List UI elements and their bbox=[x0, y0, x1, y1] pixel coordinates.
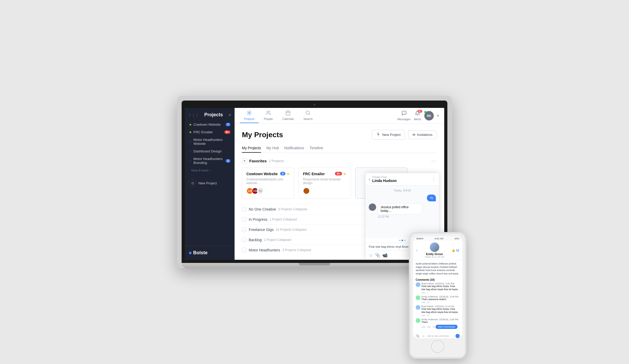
star-icon: ☆ bbox=[189, 159, 192, 163]
project-desc: Responsive email template design. bbox=[303, 178, 346, 185]
section-count: 1 Project Collapsed bbox=[270, 218, 297, 221]
avatar-count: +1 bbox=[257, 187, 264, 194]
section-label: Motor Headhunters bbox=[249, 248, 280, 252]
star-icon: ☆ bbox=[189, 140, 192, 144]
project-card-cowtown[interactable]: Cowtown Website 2 ★ Cowtownskateboards.c… bbox=[242, 167, 294, 199]
sidebar-new-project-button[interactable]: ⚙ New Project bbox=[185, 177, 235, 190]
sidebar-header: ⋮⋮⋮ Projects ✕ bbox=[185, 108, 235, 121]
comment-text: That's awesome dude!!! bbox=[421, 298, 460, 301]
bolste-dot bbox=[189, 252, 192, 254]
project-name: Cowtown Website bbox=[246, 172, 279, 176]
attach-icon[interactable]: 📎 bbox=[416, 334, 420, 338]
calendar-icon bbox=[285, 110, 291, 117]
chat-more-button[interactable]: ⋮ bbox=[432, 177, 436, 182]
sidebar-close-icon[interactable]: ✕ bbox=[228, 113, 231, 117]
nav-item-projects[interactable]: Projects bbox=[240, 108, 259, 123]
sidebar-badge: 2 bbox=[226, 159, 230, 163]
sidebar-item-frc-emailer[interactable]: ★ FRC Emailer 9+ bbox=[187, 128, 232, 136]
sidebar-item-label: Motor Headhunters Branding bbox=[193, 157, 226, 165]
video-icon[interactable]: 📹 bbox=[382, 253, 388, 258]
phone-comment-input[interactable]: Add a new comment... bbox=[427, 335, 453, 337]
sidebar-item-dashboard-design[interactable]: ☆ Dashboard Design bbox=[187, 147, 232, 155]
alerts-badge: 9+ bbox=[417, 110, 422, 113]
new-comments-button[interactable]: New Comments bbox=[436, 325, 458, 329]
favorites-toggle[interactable]: ▼ bbox=[242, 158, 247, 164]
phone-comment: Brad Fahve: 10/26/16, 8:19 AM Fixie tote… bbox=[416, 305, 460, 316]
sidebar-item-label: Motor Headhunters Website bbox=[193, 138, 230, 146]
sidebar-item-label: Cowtown Website bbox=[193, 123, 226, 126]
phone-battery: 42% bbox=[454, 237, 459, 240]
like-number: 12 bbox=[456, 249, 459, 252]
comment-content: Brad Fahve: 10/26/16, 2:05 PM Fixie tote… bbox=[421, 282, 460, 294]
chat-time: 12:22 PM bbox=[378, 215, 422, 218]
comment-text: That's bbox=[421, 321, 460, 324]
tab-notifications[interactable]: Notifications bbox=[284, 144, 304, 153]
online-indicator bbox=[424, 111, 426, 113]
tab-timeline[interactable]: Timeline bbox=[310, 144, 323, 153]
laptop-notch bbox=[299, 263, 330, 266]
emoji-icon[interactable]: ☺ bbox=[422, 334, 425, 338]
tab-my-projects[interactable]: My Projects bbox=[242, 144, 261, 153]
project-card-frc[interactable]: FRC Emailer 9+ ★ Responsive email templa… bbox=[299, 167, 351, 199]
svg-point-8 bbox=[378, 134, 379, 135]
nav-item-label: Search bbox=[303, 117, 313, 120]
project-avatars: LH CG +1 bbox=[246, 187, 290, 194]
section-count: 3 Projects Collapsed bbox=[278, 207, 307, 211]
project-avatars bbox=[303, 187, 346, 194]
sidebar-item-label: Dashboard Design bbox=[193, 149, 230, 153]
sidebar-menu-icon[interactable]: ⋮⋮⋮ bbox=[188, 113, 199, 117]
sidebar-badge: 9+ bbox=[224, 130, 230, 134]
comment-actions: Like · 22 bbox=[421, 301, 460, 304]
section-count: 14 Projects Collapsed bbox=[276, 228, 306, 231]
chat-header: ‹ Private Chat Linda Hudson ⋮ bbox=[366, 173, 439, 186]
bolste-logo: Bolste bbox=[189, 250, 230, 256]
user-dropdown-icon[interactable]: ▾ bbox=[437, 113, 439, 118]
comment-text: Fixie tote bag ethnic keyta. Fixie tote … bbox=[421, 285, 460, 291]
project-badge: 9+ bbox=[335, 172, 342, 175]
project-star-button[interactable]: ★ bbox=[286, 172, 290, 176]
invitations-label: Invitations bbox=[417, 133, 432, 137]
messages-button[interactable]: Messages bbox=[398, 111, 411, 121]
view-more-link[interactable]: View 8 more › bbox=[187, 167, 232, 174]
phone-nav-bar: ‹ Emily Grove Today at 11:16 AM 👍 12 bbox=[413, 241, 462, 260]
attachment-icon[interactable]: 📎 bbox=[375, 253, 380, 258]
nav-item-people[interactable]: People bbox=[260, 108, 277, 123]
like-action[interactable]: Like bbox=[421, 326, 425, 328]
project-star-button[interactable]: ★ bbox=[343, 172, 346, 176]
new-project-button[interactable]: New Project bbox=[372, 130, 405, 140]
section-label: No One Creative bbox=[249, 207, 276, 211]
laptop-base bbox=[182, 263, 447, 268]
user-avatar[interactable]: ME bbox=[424, 111, 434, 120]
favorites-more-icon[interactable]: ··· bbox=[431, 158, 437, 164]
svg-point-1 bbox=[267, 111, 269, 113]
chat-private-label: Private Chat bbox=[372, 176, 430, 179]
sidebar-item-motor-headhunters-website[interactable]: ☆ Motor Headhunters Website bbox=[187, 136, 232, 147]
chat-dot bbox=[399, 240, 400, 241]
alerts-button[interactable]: 9+ Alerts bbox=[414, 111, 421, 121]
tab-my-hub[interactable]: My Hub bbox=[266, 144, 279, 153]
new-project-btn-label: New Project bbox=[382, 133, 400, 137]
page-title: My Projects bbox=[242, 131, 283, 139]
star-icon: ★ bbox=[189, 123, 192, 126]
sidebar-item-motor-headhunters-branding[interactable]: ☆ Motor Headhunters Branding 2 bbox=[187, 155, 232, 167]
new-project-label: New Project bbox=[198, 181, 217, 185]
top-nav: Projects People bbox=[235, 108, 444, 124]
sidebar-item-cowtown-website[interactable]: ★ Cowtown Website 7 bbox=[187, 121, 232, 128]
svg-point-6 bbox=[306, 111, 310, 114]
phone-status-bar: Sketch 9:41 AM 42% bbox=[413, 236, 462, 241]
sidebar-badge: 7 bbox=[226, 123, 230, 126]
svg-line-7 bbox=[309, 114, 310, 115]
phone-home-button[interactable] bbox=[431, 340, 444, 353]
project-card-header: Cowtown Website 2 ★ bbox=[246, 172, 290, 176]
invitations-button[interactable]: ✉ Invitations bbox=[408, 130, 437, 139]
phone-send-button[interactable]: › bbox=[456, 334, 460, 338]
comment-content: Emily Anderson: 10/26/16, 2:09 PM That's… bbox=[421, 318, 460, 329]
comment-actions: Like · 22 bbox=[421, 314, 460, 317]
nav-item-calendar[interactable]: Calendar bbox=[278, 108, 298, 123]
emoji-icon[interactable]: ☺ bbox=[369, 253, 373, 258]
project-card-header: FRC Emailer 9+ ★ bbox=[303, 172, 346, 176]
chat-contact-name: Linda Hudson bbox=[372, 179, 430, 183]
chat-dot bbox=[404, 240, 406, 241]
nav-item-search[interactable]: Search bbox=[299, 108, 317, 123]
chat-back-button[interactable]: ‹ bbox=[369, 177, 370, 182]
